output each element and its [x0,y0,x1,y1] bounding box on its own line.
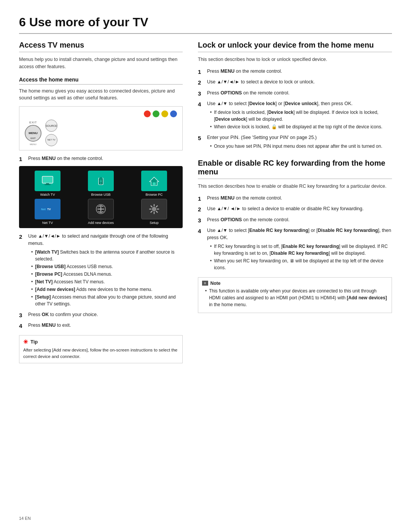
lock-step-5-content: Enter your PIN. (See 'Setting your PIN' … [207,134,392,151]
rc-step-3-content: Press OPTIONS on the remote control. [207,216,392,225]
right-buttons: SOURCE NET TV [45,120,57,146]
home-menu-desc: The home menu gives you easy access to c… [19,88,183,102]
note-icon: ≡ [202,281,208,286]
rc-section-intro: This section describes how to enable or … [198,183,392,190]
rc-step-4-content: Use ▲/▼ to select [Enable RC key forward… [207,227,392,273]
lock-step-2-num: 2 [198,78,204,87]
step-3: 3 Press OK to confirm your choice. [19,311,183,320]
left-column: Access TV menus Menus help you to instal… [19,41,183,363]
menu-item-nettv: [Net TV] Accesses Net TV menus. [31,278,183,285]
svg-text:TV: TV [47,208,51,211]
rc-step-4-num: 4 [198,227,204,273]
svg-line-22 [151,211,152,212]
lock-step-1-num: 1 [198,68,204,77]
step-1-content: Press MENU on the remote control. [28,155,183,164]
add-devices-item: Add new devices [75,199,126,225]
rc-step-1: 1 Press MENU on the remote control. [198,195,392,203]
green-button [153,110,159,117]
nettv-button: NET TV [45,134,57,146]
tv-screen-grid: Watch TV Browse USB [22,171,180,225]
lock-step-1-content: Press MENU on the remote control. [207,68,392,77]
lock-bullets: If device lock is unlocked, [Device lock… [210,109,392,130]
tip-header: ✳ Tip [23,339,178,345]
rc-bullet-2: When you set RC key forwarding on, 🖥 wil… [210,257,392,271]
red-button [144,110,151,117]
remote-middle: EXIT MENU EXIT MENU SOURCE NET TV [25,120,177,146]
steps-2-4: 2 Use ▲/▼/◄/► to select and navigate thr… [19,233,183,331]
tv-screen: Watch TV Browse USB [19,166,183,228]
watch-tv-item: Watch TV [22,171,73,197]
rc-step-1-content: Press MENU on the remote control. [207,195,392,203]
step-3-num: 3 [19,311,25,320]
lock-step-4-num: 4 [198,100,204,132]
browse-pc-label: Browse PC [145,193,162,197]
lock-bullet-1: If device lock is unlocked, [Device lock… [210,109,392,123]
svg-rect-5 [99,177,102,179]
browse-pc-icon [147,174,161,188]
add-devices-icon [94,202,108,216]
access-tv-menus-title: Access TV menus [19,41,183,52]
lock-step-3-content: Press OPTIONS on the remote control. [207,89,392,98]
browse-pc-box [141,171,167,191]
menu-item-usb: [Browse USB] Accesses USB menus. [31,263,183,270]
menu-sub: MENU [30,143,37,145]
yellow-button [161,110,168,117]
note-label: Note [210,281,221,286]
exit-label: EXIT [29,121,37,124]
source-button: SOURCE [45,120,57,132]
exit-menu-area: EXIT MENU EXIT MENU [25,121,41,145]
menu-item-pc: [Browse PC] Accesses DLNA menus. [31,271,183,278]
add-devices-box [88,199,114,219]
step-2-num: 2 [19,233,25,309]
svg-line-20 [156,211,158,212]
step-2: 2 Use ▲/▼/◄/► to select and navigate thr… [19,233,183,309]
menu-item-adddevices: [Add new devices] Adds new devices to th… [31,286,183,293]
menu-item-setup: [Setup] Accesses menus that allow you to… [31,294,183,307]
lock-step-3-num: 3 [198,89,204,98]
lock-step-4-content: Use ▲/▼ to select [Device lock] or [Devi… [207,100,392,132]
source-label: SOURCE [46,125,57,127]
menu-items-list: [Watch TV] Switches back to the antenna … [31,249,183,307]
watch-tv-icon [41,174,54,188]
note-content-list: This function is available only when you… [205,288,388,308]
add-devices-label: Add new devices [88,221,114,225]
note-box: ≡ Note This function is available only w… [198,277,392,313]
lock-section-intro: This section describes how to lock or un… [198,56,392,63]
step-4: 4 Press MENU to exit. [19,322,183,331]
lock-bullet-2: When device lock is locked, 🔒 will be di… [210,123,392,130]
rc-step-2-content: Use ▲/▼/ ◄/► to select a device to enabl… [207,205,392,214]
step-2-text: Use ▲/▼/◄/► to select and navigate throu… [28,233,168,246]
setup-item: Setup [129,199,180,225]
rc-section: Enable or disable RC key forwarding from… [198,159,392,313]
watch-tv-box [35,171,61,191]
tip-label: Tip [30,339,38,345]
svg-rect-3 [43,177,53,183]
net-tv-icon: Net TV [41,202,54,216]
rc-bullet-1: If RC key forwarding is set to off, [Ena… [210,243,392,257]
lock-step-3: 3 Press OPTIONS on the remote control. [198,89,392,98]
lock-step-4: 4 Use ▲/▼ to select [Device lock] or [De… [198,100,392,132]
lock-step-2-content: Use ▲/▼/◄/► to select a device to lock o… [207,78,392,87]
setup-box [141,199,167,219]
svg-rect-2 [45,184,51,185]
watch-tv-label: Watch TV [40,193,55,197]
svg-rect-1 [46,183,49,184]
browse-usb-item: Browse USB [75,171,126,197]
tip-content: After selecting [Add new devices], follo… [23,347,178,360]
setup-label: Setup [150,221,159,225]
lock-step-2: 2 Use ▲/▼/◄/► to select a device to lock… [198,78,392,87]
note-content: This function is available only when you… [205,288,388,308]
step-1-num: 1 [19,155,25,164]
browse-pc-item: Browse PC [129,171,180,197]
lock-step-5-text: Enter your PIN. (See 'Setting your PIN' … [207,135,317,140]
net-tv-item: Net TV Net TV [22,199,73,225]
tip-star-icon: ✳ [23,339,28,345]
lock-step-4-text: Use ▲/▼ to select [Device lock] or [Devi… [207,101,353,106]
lock-step-1: 1 Press MENU on the remote control. [198,68,392,77]
menu-item-watch: [Watch TV] Switches back to the antenna … [31,249,183,262]
step-1: 1 Press MENU on the remote control. [19,155,183,164]
browse-usb-label: Browse USB [91,193,110,197]
lock-step-5-num: 5 [198,134,204,151]
rc-steps: 1 Press MENU on the remote control. 2 Us… [198,195,392,273]
chapter-title: 6 Use more of your TV [19,15,392,34]
